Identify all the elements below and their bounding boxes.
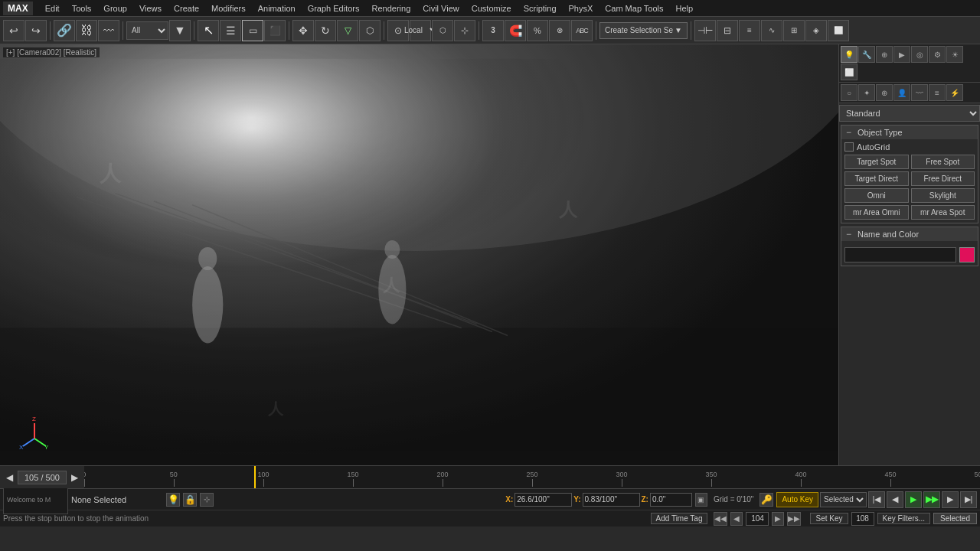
target-direct-button[interactable]: Target Direct bbox=[844, 171, 909, 186]
hierarchy-panel-icon[interactable]: ⊕ bbox=[876, 46, 893, 63]
panel-icon-figure[interactable]: 👤 bbox=[893, 84, 910, 101]
utilities-panel-icon[interactable]: ⚙ bbox=[929, 46, 946, 63]
move-button[interactable]: ✥ bbox=[292, 20, 314, 41]
free-spot-button[interactable]: Free Spot bbox=[911, 155, 975, 169]
snap-toggle-button[interactable]: ⊹ bbox=[454, 20, 475, 41]
rect-select-button[interactable]: ▭ bbox=[242, 20, 263, 41]
scale-button[interactable]: ▽ bbox=[337, 20, 358, 41]
menu-views[interactable]: Views bbox=[133, 2, 168, 15]
menu-modifiers[interactable]: Modifiers bbox=[205, 2, 252, 15]
redo-button[interactable]: ↪ bbox=[25, 20, 47, 41]
z-input[interactable] bbox=[650, 493, 692, 507]
curve-editor-button[interactable]: ∿ bbox=[761, 20, 782, 41]
mr-area-spot-button[interactable]: mr Area Spot bbox=[911, 205, 975, 220]
auto-key-button[interactable]: Auto Key bbox=[776, 492, 818, 507]
menu-customize[interactable]: Customize bbox=[466, 2, 518, 15]
ribbon-button[interactable]: ⬜ bbox=[828, 20, 849, 41]
param-collector-button[interactable]: ◈ bbox=[805, 20, 827, 41]
scale-type-button[interactable]: ⬡ bbox=[359, 20, 381, 41]
key-icon-status[interactable]: 🔑 bbox=[760, 493, 773, 507]
x-input[interactable] bbox=[514, 493, 572, 507]
menu-edit[interactable]: Edit bbox=[39, 2, 66, 15]
add-time-tag-button[interactable]: Add Time Tag bbox=[651, 513, 708, 524]
snap-icon-status[interactable]: ⊹ bbox=[200, 493, 214, 507]
menu-scripting[interactable]: Scripting bbox=[518, 2, 563, 15]
next-frame-small-button[interactable]: ▶ bbox=[772, 512, 784, 526]
omni-button[interactable]: Omni bbox=[844, 188, 909, 203]
select-link-button[interactable]: 🔗 bbox=[54, 20, 75, 41]
menu-help[interactable]: Help bbox=[670, 2, 700, 15]
panel-icon-fx[interactable]: ⚡ bbox=[946, 84, 963, 101]
timeline-prev-button[interactable]: ◀ bbox=[3, 471, 16, 484]
timeline-track[interactable]: 050100150200250300350400450500 bbox=[84, 466, 980, 488]
name-color-header[interactable]: − Name and Color bbox=[841, 227, 978, 241]
menu-animation[interactable]: Animation bbox=[252, 2, 302, 15]
filter-combo-button[interactable]: ▼ bbox=[169, 20, 191, 41]
menu-civil-view[interactable]: Civil View bbox=[416, 2, 465, 15]
bind-space-warp-button[interactable]: 〰 bbox=[98, 20, 119, 41]
panel-icon-wave[interactable]: 〰 bbox=[911, 84, 928, 101]
menu-graph-editors[interactable]: Graph Editors bbox=[302, 2, 366, 15]
free-direct-button[interactable]: Free Direct bbox=[911, 171, 975, 186]
y-input[interactable] bbox=[583, 493, 640, 507]
panel-icon-layers[interactable]: ≡ bbox=[929, 84, 946, 101]
mr-area-omni-button[interactable]: mr Area Omni bbox=[844, 205, 909, 220]
abs-rel-toggle[interactable]: ▣ bbox=[695, 493, 707, 507]
panel-icon-wand[interactable]: ⊕ bbox=[876, 84, 893, 101]
render-icon-1[interactable]: ☀ bbox=[946, 46, 963, 63]
select-object-button[interactable]: ↖ bbox=[198, 20, 219, 41]
render-icon-2[interactable]: ⬜ bbox=[841, 64, 858, 80]
frame-input-left[interactable] bbox=[746, 512, 769, 526]
next-key-button[interactable]: ▶▶ bbox=[787, 512, 801, 526]
autogrid-checkbox[interactable] bbox=[844, 142, 854, 152]
light-panel-icon[interactable]: 💡 bbox=[841, 46, 858, 63]
play-button[interactable]: ▶ bbox=[905, 491, 922, 508]
menu-cam-map-tools[interactable]: Cam Map Tools bbox=[599, 2, 669, 15]
mirror-button[interactable]: ⊣⊢ bbox=[694, 20, 716, 41]
standard-dropdown[interactable]: Standard bbox=[839, 105, 980, 122]
set-key-button[interactable]: Set Key bbox=[810, 513, 848, 524]
next-frame-button[interactable]: ▶ bbox=[942, 491, 959, 508]
prev-frame-small-button[interactable]: ◀ bbox=[730, 512, 743, 526]
align-button[interactable]: ⊟ bbox=[717, 20, 738, 41]
undo-button[interactable]: ↩ bbox=[3, 20, 24, 41]
unlink-button[interactable]: ⛓ bbox=[76, 20, 97, 41]
viewport[interactable]: 人 人 人 人 [+] [Camera002] [Realistic] X Y … bbox=[0, 44, 838, 465]
lock-icon-status[interactable]: 🔒 bbox=[183, 493, 197, 507]
frame-input-right[interactable] bbox=[851, 512, 874, 526]
display-panel-icon[interactable]: ◎ bbox=[911, 46, 928, 63]
motion-panel-icon[interactable]: ▶ bbox=[893, 46, 910, 63]
prev-key-button[interactable]: ◀◀ bbox=[714, 512, 727, 526]
spinner-snap-button[interactable]: ⊗ bbox=[549, 20, 570, 41]
color-swatch[interactable] bbox=[959, 247, 975, 262]
create-selection-button[interactable]: Create Selection Se ▼ bbox=[599, 22, 688, 39]
skylight-button[interactable]: Skylight bbox=[911, 188, 975, 203]
light-icon-status[interactable]: 💡 bbox=[166, 493, 180, 507]
panel-icon-star[interactable]: ✦ bbox=[858, 84, 875, 101]
play-all-button[interactable]: ▶▶ bbox=[923, 491, 940, 508]
menu-group[interactable]: Group bbox=[97, 2, 133, 15]
menu-tools[interactable]: Tools bbox=[66, 2, 98, 15]
percent-snap-button[interactable]: % bbox=[527, 20, 548, 41]
timeline-next-button[interactable]: ▶ bbox=[68, 471, 81, 484]
go-start-button[interactable]: |◀ bbox=[868, 491, 885, 508]
menu-rendering[interactable]: Rendering bbox=[366, 2, 417, 15]
selected-dropdown[interactable]: Selected bbox=[820, 492, 867, 507]
name-input-field[interactable] bbox=[844, 247, 956, 262]
rotate-button[interactable]: ↻ bbox=[315, 20, 336, 41]
layer-manager-button[interactable]: ≡ bbox=[739, 20, 760, 41]
collapse-name-color-icon[interactable]: − bbox=[846, 229, 851, 240]
panel-icon-circle[interactable]: ○ bbox=[841, 84, 858, 101]
text-abc-button[interactable]: ABC bbox=[571, 20, 593, 41]
dope-sheet-button[interactable]: ⊞ bbox=[783, 20, 805, 41]
timeline-playhead[interactable] bbox=[254, 466, 256, 488]
menu-create[interactable]: Create bbox=[168, 2, 205, 15]
go-end-button[interactable]: ▶| bbox=[960, 491, 977, 508]
menu-physx[interactable]: PhysX bbox=[563, 2, 599, 15]
snap-3d-button[interactable]: 3 bbox=[482, 20, 504, 41]
modify-panel-icon[interactable]: 🔧 bbox=[858, 46, 875, 63]
angle-snap-button[interactable]: 🧲 bbox=[505, 20, 526, 41]
window-crossing-button[interactable]: ⬛ bbox=[264, 20, 286, 41]
select-by-name-button[interactable]: ☰ bbox=[220, 20, 241, 41]
target-spot-button[interactable]: Target Spot bbox=[844, 155, 909, 169]
